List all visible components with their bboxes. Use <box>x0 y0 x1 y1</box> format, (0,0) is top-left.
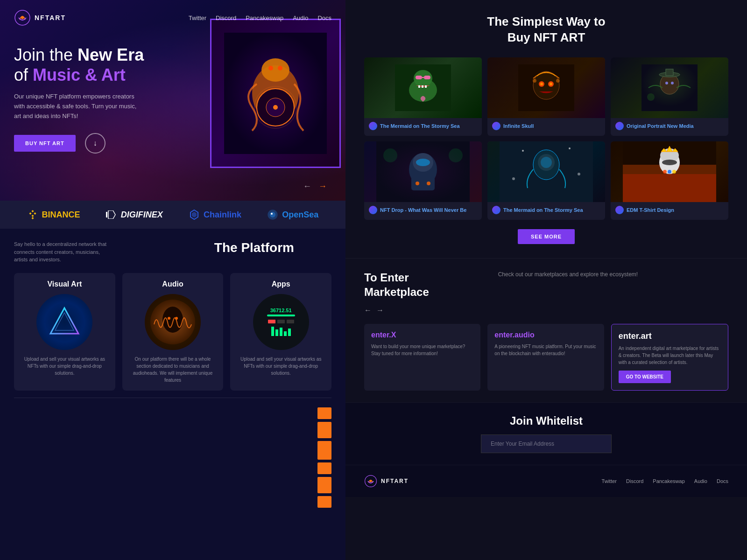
nft-avatar-5 <box>492 206 500 214</box>
artwork-frame <box>210 19 341 168</box>
bar-1 <box>317 407 331 419</box>
hero-title-accent: Music & Art <box>33 65 126 84</box>
marketplace-left: To Enter Marketplace ← → <box>364 270 479 315</box>
svg-rect-36 <box>425 85 427 88</box>
marketplace-desc: Check out our marketplaces and explore t… <box>498 270 728 279</box>
see-more-button[interactable]: SEE MORE <box>518 229 575 244</box>
enter-art-card: enter.art An independent digital art mar… <box>611 324 728 391</box>
bar-2 <box>317 422 331 438</box>
svg-point-56 <box>416 159 430 166</box>
svg-rect-49 <box>666 69 673 76</box>
svg-point-77 <box>663 170 667 174</box>
mermaid-art-2 <box>487 141 605 202</box>
svg-point-59 <box>427 182 430 185</box>
scroll-down-button[interactable]: ↓ <box>85 133 106 154</box>
visual-art-card: Visual Art <box>14 273 115 391</box>
footer-logo-text: NFTART <box>381 478 409 484</box>
platform-section: Say hello to a decentralized network tha… <box>0 229 345 560</box>
bar-6 <box>317 496 331 508</box>
mermaid-art-1 <box>395 64 451 111</box>
apps-desc: Upload and sell your visual artworks as … <box>237 356 324 377</box>
nft-info-5: The Mermaid on The Stormy Sea <box>487 202 605 220</box>
partner-chainlink: Chainlink <box>189 209 241 220</box>
svg-rect-34 <box>418 85 420 88</box>
svg-point-50 <box>665 82 668 84</box>
go-to-website-button[interactable]: GO TO WEBSITE <box>619 371 671 383</box>
svg-point-27 <box>175 317 178 320</box>
svg-point-78 <box>668 170 671 174</box>
binance-label: BINANCE <box>42 210 80 220</box>
partners-section: BINANCE DIGIFINEX Chainlink OpenSea <box>0 201 345 229</box>
next-arrow[interactable]: → <box>318 182 327 191</box>
apps-image: 36712.51 <box>253 294 309 350</box>
footer-audio[interactable]: Audio <box>694 478 707 484</box>
footer-logo: NFTART <box>364 475 409 488</box>
svg-point-26 <box>168 317 170 320</box>
nft-drop-art <box>364 141 482 202</box>
nft-image-4 <box>364 141 482 202</box>
nav-pancakeswap[interactable]: Pancakeswap <box>246 14 283 21</box>
nft-thumb-row-6: EDM T-Shirt Design <box>615 206 724 214</box>
nav-audio[interactable]: Audio <box>293 14 308 21</box>
right-panel: The Simplest Way to Buy NFT ART <box>345 0 747 560</box>
svg-point-42 <box>550 83 552 85</box>
nft-name-4: NFT Drop - What Was Will Never Be <box>380 207 466 213</box>
svg-marker-13 <box>29 212 31 215</box>
svg-point-1 <box>21 16 24 19</box>
buy-nft-button[interactable]: BUY NFT ART <box>14 135 76 152</box>
marketplace-prev-arrow[interactable]: ← <box>364 306 372 315</box>
nft-avatar-6 <box>615 206 624 214</box>
email-input-wrapper <box>364 434 728 453</box>
partner-opensea: OpenSea <box>267 209 318 220</box>
platform-desc: Say hello to a decentralized network tha… <box>14 240 107 264</box>
nft-card-5: The Mermaid on The Stormy Sea <box>487 141 605 220</box>
nft-card-4: NFT Drop - What Was Will Never Be <box>364 141 482 220</box>
enter-art-title: enter.art <box>619 331 721 341</box>
nft-name-5: The Mermaid on The Stormy Sea <box>503 207 583 213</box>
audio-waveform-icon <box>149 299 196 345</box>
svg-point-44 <box>556 79 560 83</box>
nft-image-5 <box>487 141 605 202</box>
svg-point-20 <box>270 212 275 217</box>
hero-subtitle: Our unique NFT platform empowers creator… <box>14 92 145 121</box>
footer-discord[interactable]: Discord <box>626 478 643 484</box>
nft-avatar-1 <box>369 122 377 130</box>
nft-card-2: Infinite Skull <box>487 57 605 136</box>
whitelist-section: Join Whitelist <box>345 402 747 465</box>
svg-point-21 <box>271 213 273 215</box>
email-input[interactable] <box>481 434 612 453</box>
nft-grid: The Mermaid on The Stormy Sea <box>364 57 728 220</box>
nav-twitter[interactable]: Twitter <box>189 14 206 21</box>
nft-avatar-3 <box>615 122 624 130</box>
hero-title-part1: Join the <box>14 45 78 64</box>
svg-point-79 <box>672 170 676 174</box>
marketplace-section: To Enter Marketplace ← → Check out our m… <box>345 258 747 402</box>
footer-twitter[interactable]: Twitter <box>602 478 617 484</box>
logo: NFTART <box>14 9 66 26</box>
platform-cards: Visual Art <box>14 273 331 391</box>
svg-rect-35 <box>422 85 423 88</box>
marketplace-arrows: ← → <box>364 306 479 315</box>
buy-nft-title: The Simplest Way to Buy NFT ART <box>364 14 728 46</box>
footer-pancakeswap[interactable]: Pancakeswap <box>653 478 685 484</box>
footer-logo-icon <box>364 475 377 488</box>
nav-discord[interactable]: Discord <box>216 14 236 21</box>
prev-arrow[interactable]: ← <box>303 182 311 191</box>
audio-desc: On our platform there will be a whole se… <box>129 356 217 384</box>
svg-point-8 <box>268 66 273 70</box>
nav-links: Twitter Discord Pancakeswap Audio Docs <box>189 14 331 21</box>
apps-card: Apps 36712.51 <box>230 273 331 391</box>
svg-point-60 <box>383 148 397 162</box>
marketplace-next-arrow[interactable]: → <box>376 306 384 315</box>
footer-docs[interactable]: Docs <box>717 478 728 484</box>
nav-docs[interactable]: Docs <box>317 14 331 21</box>
enter-x-title: enter.X <box>371 331 473 339</box>
enter-audio-title: enter.audio <box>494 331 597 339</box>
binance-icon <box>27 209 38 220</box>
svg-marker-14 <box>31 215 34 217</box>
bar-5 <box>317 477 331 493</box>
nav: NFTART Twitter Discord Pancakeswap Audio… <box>14 9 331 26</box>
edm-art <box>611 141 728 202</box>
nft-name-3: Original Portrait New Media <box>627 123 694 129</box>
audio-title: Audio <box>162 280 183 288</box>
